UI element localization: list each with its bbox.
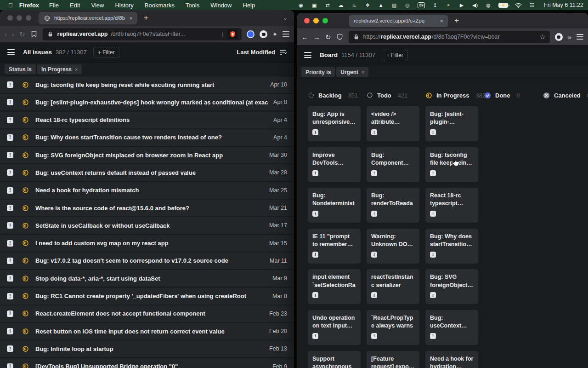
overflow-chevrons-icon[interactable]: » [568,34,571,40]
issue-row[interactable]: !Need a hook for hydration mismatchMar 2… [0,182,294,199]
issue-row[interactable]: !Bug: useContext returns default instead… [0,164,294,181]
issue-card[interactable]: [Feature request] expo…! [367,351,419,368]
docker-icon[interactable]: ♨ [351,2,357,8]
screen-record-icon[interactable]: ◉ [298,2,304,8]
close-window-button[interactable] [304,18,310,23]
tab-close-icon[interactable]: × [129,15,133,22]
zoom-window-button[interactable] [26,15,31,21]
new-tab-button[interactable]: + [142,13,150,23]
volume-icon[interactable]: ◀) [472,2,478,8]
menu-item-view[interactable]: View [91,2,104,9]
issue-card[interactable]: Warning: Unknown DO…! [367,229,419,264]
add-filter-button[interactable]: + Filter [382,50,408,60]
issue-card[interactable]: reactTestInstanc serializer! [367,269,419,304]
remove-filter-icon[interactable]: × [75,67,78,72]
zoom-window-button[interactable] [322,18,328,23]
minimize-window-button[interactable] [313,18,319,23]
issue-row[interactable]: ![DevTools Bug] Unsupported Bridge opera… [0,358,294,368]
window-controls-active[interactable] [304,18,328,23]
reload-button[interactable]: ↻ [325,34,331,40]
active-app-name[interactable]: Firefox [19,2,39,9]
extensions-puzzle-icon[interactable]: ✦ [272,31,277,38]
issue-card[interactable]: `React.PropType always warns ab! [367,310,419,345]
github-extension-icon[interactable] [260,30,267,38]
issue-card[interactable]: Bug: Component…! [367,147,419,182]
dropbox-icon[interactable]: ❖ [364,2,371,8]
bookmark-star-icon[interactable]: ☆ [540,33,546,40]
menu-item-help[interactable]: Help [243,2,255,9]
issue-card[interactable]: Bug: tsconfig file keep bein…! [425,147,478,182]
issue-row[interactable]: !SetState in useCallback or without useC… [0,217,294,234]
issue-card[interactable]: Improve DevTools…! [308,147,361,182]
browser-menu-icon[interactable] [283,31,289,36]
upload-icon[interactable]: ↥ [432,2,438,8]
new-tab-button[interactable]: + [452,16,461,25]
issue-row[interactable]: !Where is the source code of react@15.6.… [0,200,294,216]
github-extension-icon[interactable] [555,33,563,41]
issue-row[interactable]: !React 18-rc typescript definitionsApr 4 [0,112,294,128]
browser-menu-icon[interactable] [577,34,583,39]
filter-field-chip[interactable]: Status is [5,64,36,74]
issue-row[interactable]: !Bug: SVG foreignObject misplaced on bro… [0,147,294,163]
issue-row[interactable]: !Bug: v17.0.2 tag doesn't seem to corres… [0,253,294,269]
address-bar[interactable]: repliear.vercel.app /d/8bTaoq7F0e?status… [43,28,242,40]
issue-card[interactable]: Need a hook for hydration…! [425,351,478,368]
issue-row[interactable]: !Bug: [eslint-plugin-exhaustive-deps] ho… [0,94,294,110]
sort-order-label[interactable]: Last Modified [237,49,275,56]
issue-card[interactable]: Bug: Why does startTransitio…! [425,229,478,264]
menu-item-window[interactable]: Window [210,2,232,9]
menu-item-bookmarks[interactable]: Bookmarks [145,2,175,9]
address-bar[interactable]: https:// repliear.vercel.app /d/8bTaoq7F… [349,31,550,43]
close-window-button[interactable] [7,15,13,21]
issue-card[interactable]: Bug: useContext…! [425,310,478,345]
issue-card[interactable]: Bug: App is unresponsive…! [308,106,361,141]
play-icon[interactable]: ▶ [458,2,465,8]
power-icon[interactable]: ◓ [445,2,452,8]
triangle-app-icon[interactable]: ▲ [378,2,384,8]
sync-icon[interactable]: ⇄ [324,2,331,8]
issue-card[interactable]: Bug: renderToReadab! [367,188,419,223]
sidebar-toggle-icon[interactable] [7,49,15,55]
apple-logo-icon[interactable]:  [8,2,13,9]
sidebar-toggle-icon[interactable] [304,52,311,58]
window-manager-icon[interactable]: ▥ [391,2,397,8]
issue-card[interactable]: Bug: [eslint-plugin-…! [425,106,478,141]
issue-card[interactable]: IE 11 "prompt to remember…! [308,229,361,264]
issue-card[interactable]: Undo operation on text input…! [308,310,361,345]
issue-card[interactable]: Support asynchronous…! [308,351,361,368]
back-button[interactable]: ← [301,34,308,40]
cloud-icon[interactable]: ☁ [338,2,344,8]
forward-button[interactable]: › [12,31,14,38]
sort-icon[interactable] [279,49,287,56]
issue-row[interactable]: !React.createElement does not accept fun… [0,305,294,322]
issue-card[interactable]: input element `setSelectionRa! [308,269,361,304]
menu-item-history[interactable]: History [115,2,133,9]
camera-icon[interactable]: ▣ [311,2,317,8]
menu-item-tools[interactable]: Tools [186,2,199,9]
issue-row[interactable]: !Bug: RC1 Cannot create property '_updat… [0,288,294,305]
issue-row[interactable]: !Reset button on iOS time input does not… [0,323,294,339]
reload-button[interactable]: ↻ [19,31,25,38]
issue-card[interactable]: Bug: SVG foreignObject…! [425,269,478,304]
back-button[interactable]: ‹ [5,31,7,38]
filter-field-chip[interactable]: Priority is [301,67,335,77]
issue-card[interactable]: React 18-rc typescript…! [425,188,478,223]
minimize-window-button[interactable] [17,15,22,21]
window-controls-inactive[interactable] [7,15,31,21]
tab-list-chevron-icon[interactable]: ⌄ [283,15,288,21]
issue-row[interactable]: !Bug: Infinite loop at startupFeb 13 [0,340,294,357]
menu-item-edit[interactable]: Edit [70,2,80,9]
issue-row[interactable]: !Stop doing data-*, aria-*, start using … [0,270,294,287]
browser-tab[interactable]: https://repliear.vercel.app/d/8b × [39,12,137,24]
issue-row[interactable]: !Bug: tsconfig file keep being reset whi… [0,76,294,93]
bookmark-icon[interactable] [30,30,38,38]
onepassword-icon[interactable]: ◎ [404,2,411,8]
onepassword-extension-icon[interactable] [247,30,254,38]
filter-value-chip[interactable]: Urgent × [336,67,368,77]
wifi-icon[interactable] [515,2,522,8]
browser-tab[interactable]: replidraw2.vercel.app/d/c-iZpq × [349,15,448,27]
add-filter-button[interactable]: + Filter [93,47,119,58]
remove-filter-icon[interactable]: × [362,69,364,75]
battery-icon[interactable]: ⚡ [498,3,508,8]
tracking-shield-icon[interactable] [336,33,344,40]
